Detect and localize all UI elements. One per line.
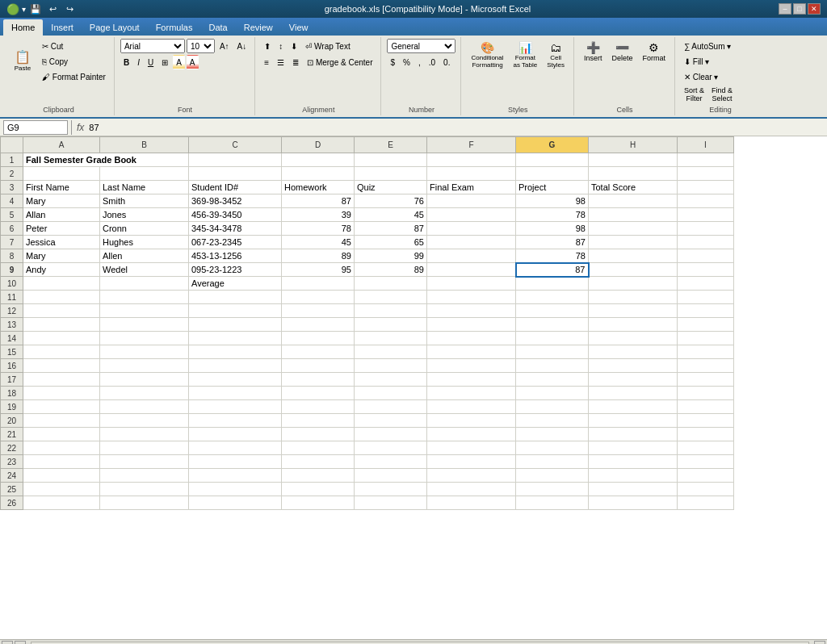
- row-header-9[interactable]: 9: [1, 263, 23, 277]
- cell-c3[interactable]: Student ID#: [189, 181, 282, 194]
- comma-btn[interactable]: ,: [415, 55, 424, 69]
- font-family-select[interactable]: Arial: [120, 39, 185, 53]
- cell-b8[interactable]: Allen: [100, 249, 189, 263]
- cell-i4[interactable]: [678, 194, 734, 208]
- align-bottom-btn[interactable]: ⬇: [288, 39, 300, 53]
- cell-g10[interactable]: [516, 277, 589, 291]
- row-header-20[interactable]: 20: [1, 414, 23, 428]
- cell-b2[interactable]: [100, 167, 189, 181]
- row-header-18[interactable]: 18: [1, 387, 23, 400]
- row-header-4[interactable]: 4: [1, 194, 23, 208]
- minimize-btn[interactable]: –: [779, 3, 791, 15]
- cell-g2[interactable]: [516, 167, 589, 181]
- fill-color-btn[interactable]: A: [173, 55, 185, 69]
- cell-f2[interactable]: [427, 167, 516, 181]
- tab-data[interactable]: Data: [200, 19, 235, 36]
- italic-button[interactable]: I: [134, 55, 143, 69]
- cell-e6[interactable]: 87: [355, 222, 427, 236]
- scroll-left-btn[interactable]: ◄: [2, 641, 13, 645]
- bold-button[interactable]: B: [120, 55, 132, 69]
- decrease-font-btn[interactable]: A↓: [234, 39, 250, 53]
- row-header-1[interactable]: 1: [1, 153, 23, 167]
- cell-a3[interactable]: First Name: [23, 181, 100, 194]
- row-header-7[interactable]: 7: [1, 236, 23, 249]
- row-header-5[interactable]: 5: [1, 208, 23, 222]
- align-middle-btn[interactable]: ↕: [275, 39, 286, 53]
- cell-a10[interactable]: [23, 277, 100, 291]
- row-header-12[interactable]: 12: [1, 304, 23, 318]
- insert-cells-btn[interactable]: ➕ Insert: [580, 39, 607, 79]
- cell-c6[interactable]: 345-34-3478: [189, 222, 282, 236]
- horizontal-scrollbar[interactable]: [31, 642, 809, 645]
- col-header-f[interactable]: F: [427, 137, 516, 153]
- col-header-i[interactable]: I: [678, 137, 734, 153]
- cell-a8[interactable]: Mary: [23, 249, 100, 263]
- percent-btn[interactable]: %: [400, 55, 414, 69]
- delete-cells-btn[interactable]: ➖ Delete: [607, 39, 636, 79]
- cell-a1[interactable]: Fall Semester Grade Book: [23, 153, 189, 167]
- copy-button[interactable]: ⎘ Copy: [39, 54, 109, 69]
- cell-c10[interactable]: Average: [189, 277, 282, 291]
- cell-e7[interactable]: 65: [355, 236, 427, 249]
- cell-d5[interactable]: 39: [282, 208, 355, 222]
- row-header-6[interactable]: 6: [1, 222, 23, 236]
- cell-g6[interactable]: 98: [516, 222, 589, 236]
- cell-a6[interactable]: Peter: [23, 222, 100, 236]
- row-header-10[interactable]: 10: [1, 277, 23, 291]
- align-left-btn[interactable]: ≡: [261, 55, 272, 69]
- cell-h9[interactable]: [589, 263, 678, 277]
- cut-button[interactable]: ✂ Cut: [39, 39, 109, 53]
- cell-i9[interactable]: [678, 263, 734, 277]
- cell-a5[interactable]: Allan: [23, 208, 100, 222]
- paste-button[interactable]: 📋 Paste: [8, 40, 37, 82]
- cell-g7[interactable]: 87: [516, 236, 589, 249]
- row-header-26[interactable]: 26: [1, 496, 23, 510]
- cell-d4[interactable]: 87: [282, 194, 355, 208]
- row-header-21[interactable]: 21: [1, 428, 23, 441]
- cell-f7[interactable]: [427, 236, 516, 249]
- cell-f6[interactable]: [427, 222, 516, 236]
- col-header-g[interactable]: G: [516, 137, 589, 153]
- find-select-btn[interactable]: Find &Select: [708, 85, 736, 104]
- font-size-select[interactable]: 10: [187, 39, 215, 53]
- row-header-8[interactable]: 8: [1, 249, 23, 263]
- cell-a2[interactable]: [23, 167, 100, 181]
- cell-e8[interactable]: 99: [355, 249, 427, 263]
- col-header-b[interactable]: B: [100, 137, 189, 153]
- cell-h4[interactable]: [589, 194, 678, 208]
- cell-g4[interactable]: 98: [516, 194, 589, 208]
- cell-i7[interactable]: [678, 236, 734, 249]
- cell-g9[interactable]: 87: [516, 263, 589, 277]
- format-as-table-btn[interactable]: 📊 Formatas Table: [510, 39, 542, 79]
- cell-g8[interactable]: 78: [516, 249, 589, 263]
- cell-f4[interactable]: [427, 194, 516, 208]
- fill-btn[interactable]: ⬇ Fill ▾: [681, 54, 760, 69]
- formula-input[interactable]: 87: [89, 120, 824, 135]
- restore-btn[interactable]: □: [793, 3, 806, 15]
- increase-decimal-btn[interactable]: .0: [426, 55, 439, 69]
- tab-formulas[interactable]: Formulas: [148, 19, 201, 36]
- cell-h2[interactable]: [589, 167, 678, 181]
- row-header-22[interactable]: 22: [1, 441, 23, 455]
- cell-b5[interactable]: Jones: [100, 208, 189, 222]
- col-header-e[interactable]: E: [355, 137, 427, 153]
- cell-d8[interactable]: 89: [282, 249, 355, 263]
- tab-view[interactable]: View: [281, 19, 317, 36]
- cell-e4[interactable]: 76: [355, 194, 427, 208]
- cell-f1[interactable]: [427, 153, 516, 167]
- cell-c5[interactable]: 456-39-3450: [189, 208, 282, 222]
- underline-button[interactable]: U: [145, 55, 157, 69]
- align-top-btn[interactable]: ⬆: [261, 39, 274, 53]
- cell-e2[interactable]: [355, 167, 427, 181]
- cell-c9[interactable]: 095-23-1223: [189, 263, 282, 277]
- col-header-c[interactable]: C: [189, 137, 282, 153]
- col-header-a[interactable]: A: [23, 137, 100, 153]
- cell-i10[interactable]: [678, 277, 734, 291]
- row-header-3[interactable]: 3: [1, 181, 23, 194]
- cell-f8[interactable]: [427, 249, 516, 263]
- cell-e9[interactable]: 89: [355, 263, 427, 277]
- conditional-formatting-btn[interactable]: 🎨 ConditionalFormatting: [467, 39, 507, 79]
- cell-d7[interactable]: 45: [282, 236, 355, 249]
- cell-d9[interactable]: 95: [282, 263, 355, 277]
- cell-h7[interactable]: [589, 236, 678, 249]
